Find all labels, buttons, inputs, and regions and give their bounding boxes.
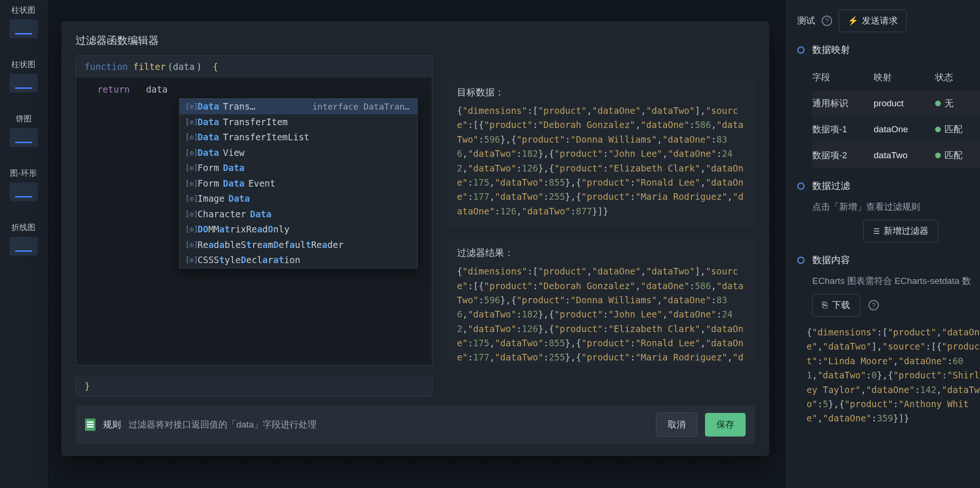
rail-item-2[interactable]: 饼图 bbox=[0, 109, 47, 163]
autocomplete-item[interactable]: [◎]CSSStyleDeclaration bbox=[180, 252, 417, 268]
interface-icon: [◎] bbox=[185, 147, 194, 158]
interface-icon: [◎] bbox=[185, 255, 194, 265]
autocomplete-item[interactable]: [◎]DataView bbox=[180, 145, 417, 161]
cancel-button[interactable]: 取消 bbox=[656, 412, 697, 437]
inspector-panel: 测试 ? ⚡ 发送请求 数据映射 字段 映射 状态 通用标识 product 无… bbox=[786, 0, 980, 488]
test-label: 测试 bbox=[797, 15, 815, 27]
autocomplete-item[interactable]: [◎]DOMMatrixReadOnly bbox=[180, 222, 417, 237]
mapping-table: 字段 映射 状态 通用标识 product 无 数据项-1 dataOne 匹配… bbox=[812, 65, 980, 168]
chart-thumb-icon bbox=[9, 182, 38, 201]
filter-result-block: 过滤器结果： {"dimensions":["product","dataOne… bbox=[447, 238, 755, 366]
timeline-dot-icon bbox=[797, 182, 805, 190]
rail-item-4[interactable]: 折线图 bbox=[0, 217, 47, 272]
autocomplete-popup: [◎]DataTrans…interface DataTransfervar[◎… bbox=[179, 98, 418, 268]
section-data-content: 数据内容 bbox=[797, 254, 980, 266]
help-icon[interactable]: ? bbox=[868, 300, 879, 310]
filter-hint: 点击「新增」查看过滤规则 bbox=[812, 201, 980, 213]
download-icon: ⎘ bbox=[822, 300, 827, 310]
autocomplete-item[interactable]: [◎]ImageData bbox=[180, 191, 417, 206]
rule-icon bbox=[85, 419, 95, 431]
interface-icon: [◎] bbox=[185, 117, 194, 128]
code-editor[interactable]: return data [◎]DataTrans…interface DataT… bbox=[76, 77, 432, 366]
status-dot-icon bbox=[935, 153, 941, 158]
interface-icon: [◎] bbox=[185, 101, 194, 112]
interface-icon: [◎] bbox=[185, 178, 194, 189]
mapping-row[interactable]: 数据项-2 dataTwo 匹配 bbox=[812, 142, 980, 168]
autocomplete-item[interactable]: [◎]ReadableStreamDefaultReader bbox=[180, 237, 417, 253]
add-filter-button[interactable]: ☰ 新增过滤器 bbox=[863, 220, 938, 242]
mapping-row[interactable]: 数据项-1 dataOne 匹配 bbox=[812, 116, 980, 142]
rule-description: 过滤器将对接口返回值的「data」字段进行处理 bbox=[129, 419, 317, 431]
interface-icon: [◎] bbox=[185, 132, 194, 143]
function-header: function filter (data) { bbox=[76, 55, 432, 77]
modal-title: 过滤器函数编辑器 bbox=[61, 21, 769, 55]
autocomplete-item[interactable]: [◎]DataTransferItemList bbox=[180, 129, 417, 145]
send-request-button[interactable]: ⚡ 发送请求 bbox=[839, 9, 907, 32]
filter-icon: ☰ bbox=[873, 227, 879, 236]
autocomplete-item[interactable]: [◎]CharacterData bbox=[180, 206, 417, 222]
target-data-block: 目标数据： {"dimensions":["product","dataOne"… bbox=[447, 77, 755, 227]
filter-editor-modal: 过滤器函数编辑器 function filter (data) { return… bbox=[61, 21, 769, 456]
autocomplete-item[interactable]: [◎]FormDataEvent bbox=[180, 176, 417, 191]
function-footer: } bbox=[76, 376, 432, 396]
interface-icon: [◎] bbox=[185, 240, 194, 250]
status-dot-icon bbox=[935, 127, 941, 132]
mapping-row[interactable]: 通用标识 product 无 bbox=[812, 90, 980, 116]
help-icon[interactable]: ? bbox=[822, 16, 832, 26]
target-json: {"dimensions":["product","dataOne","data… bbox=[457, 103, 745, 218]
download-button[interactable]: ⎘ 下载 bbox=[812, 294, 860, 317]
result-json: {"dimensions":["product","dataOne","data… bbox=[457, 264, 745, 366]
content-description: ECharts 图表需符合 ECharts-setdata 数 bbox=[812, 275, 980, 287]
autocomplete-item[interactable]: [◎]DataTransferItem bbox=[180, 114, 417, 130]
interface-icon: [◎] bbox=[185, 163, 194, 173]
status-dot-icon bbox=[935, 101, 941, 106]
chart-thumb-icon bbox=[9, 237, 38, 256]
section-data-filter: 数据过滤 bbox=[797, 180, 980, 192]
chart-thumb-icon bbox=[9, 128, 38, 147]
section-data-mapping: 数据映射 bbox=[797, 43, 980, 56]
interface-icon: [◎] bbox=[185, 209, 194, 220]
rail-item-0[interactable]: 柱状图 bbox=[0, 0, 47, 54]
rail-item-1[interactable]: 柱状图 bbox=[0, 54, 47, 109]
content-json: {"dimensions":["product","dataOne","data… bbox=[807, 325, 980, 426]
rail-item-3[interactable]: 图-环形 bbox=[0, 163, 47, 217]
interface-icon: [◎] bbox=[185, 193, 194, 204]
modal-footer: 规则 过滤器将对接口返回值的「data」字段进行处理 取消 保存 bbox=[76, 405, 755, 445]
chart-thumb-icon bbox=[9, 74, 38, 93]
interface-icon: [◎] bbox=[185, 224, 194, 235]
rule-label: 规则 bbox=[103, 419, 121, 431]
autocomplete-item[interactable]: [◎]DataTrans…interface DataTransfervar bbox=[180, 99, 417, 114]
timeline-dot-icon bbox=[797, 257, 805, 264]
timeline-dot-icon bbox=[797, 46, 805, 54]
save-button[interactable]: 保存 bbox=[705, 413, 746, 437]
chart-thumb-icon bbox=[9, 19, 38, 38]
autocomplete-item[interactable]: [◎]FormData bbox=[180, 160, 417, 176]
bolt-icon: ⚡ bbox=[848, 16, 858, 26]
left-rail: 柱状图 柱状图 饼图 图-环形 折线图 bbox=[0, 0, 47, 488]
